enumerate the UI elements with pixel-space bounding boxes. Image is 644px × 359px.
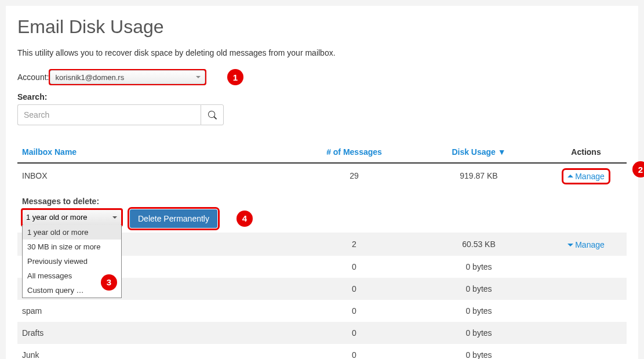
search-button[interactable] <box>201 104 224 125</box>
account-select[interactable]: korisnik1@domen.rs <box>50 70 205 84</box>
table-row: Junk 0 0 bytes <box>17 344 627 359</box>
dropdown-option[interactable]: 30 MB in size or more <box>23 240 121 254</box>
message-count: 0 <box>296 300 412 322</box>
search-icon <box>208 111 217 119</box>
search-label: Search: <box>17 92 627 101</box>
disk-usage: 919.87 KB <box>412 163 545 188</box>
manage-label: Manage <box>575 240 605 249</box>
col-mailbox-name[interactable]: Mailbox Name <box>17 142 296 163</box>
mailbox-name: Junk <box>17 344 296 359</box>
page-title: Email Disk Usage <box>17 16 627 38</box>
manage-link[interactable]: Manage <box>567 240 605 249</box>
disk-usage: 0 bytes <box>412 322 545 344</box>
manage-link[interactable]: Manage <box>564 171 608 182</box>
col-actions: Actions <box>545 142 627 163</box>
dropdown-option[interactable]: 1 year old or more <box>23 225 121 240</box>
mailbox-name: spam <box>17 300 296 322</box>
annotation-badge-3: 3 <box>101 274 117 291</box>
disk-usage: 0 bytes <box>412 256 545 278</box>
col-message-count[interactable]: # of Messages <box>296 142 412 163</box>
message-count: 2 <box>296 233 412 256</box>
message-count: 0 <box>296 278 412 300</box>
account-label: Account: <box>17 72 49 82</box>
mailbox-name: INBOX <box>17 163 296 188</box>
message-count: 0 <box>296 322 412 344</box>
col-disk-usage[interactable]: Disk Usage ▼ <box>412 142 545 163</box>
disk-usage: 0 bytes <box>412 278 545 300</box>
annotation-badge-4: 4 <box>237 211 253 227</box>
manage-label: Manage <box>575 172 605 181</box>
annotation-badge-2: 2 <box>632 161 644 177</box>
message-count: 0 <box>296 256 412 278</box>
delete-criteria-select[interactable]: 1 year old or more <box>22 209 122 226</box>
delete-permanently-button[interactable]: Delete Permanently <box>130 209 217 228</box>
mailbox-name: Drafts <box>17 322 296 344</box>
table-row: Drafts 0 0 bytes <box>17 322 627 344</box>
disk-usage: 60.53 KB <box>412 233 545 256</box>
expanded-row: Messages to delete: 1 year old or more 1… <box>17 188 627 233</box>
chevron-down-icon <box>567 244 573 246</box>
dropdown-option[interactable]: Previously viewed <box>23 254 121 269</box>
intro-text: This utility allows you to recover disk … <box>17 48 627 57</box>
disk-usage: 0 bytes <box>412 344 545 359</box>
mailbox-table: Mailbox Name # of Messages Disk Usage ▼ … <box>17 142 627 359</box>
table-row: INBOX 29 919.87 KB Manage 2 <box>17 163 627 188</box>
disk-usage: 0 bytes <box>412 300 545 322</box>
search-input[interactable] <box>17 104 201 125</box>
table-row: spam 0 0 bytes <box>17 300 627 322</box>
messages-to-delete-label: Messages to delete: <box>22 197 622 206</box>
chevron-up-icon <box>567 175 573 177</box>
message-count: 0 <box>296 344 412 359</box>
message-count: 29 <box>296 163 412 188</box>
annotation-badge-1: 1 <box>227 69 243 85</box>
